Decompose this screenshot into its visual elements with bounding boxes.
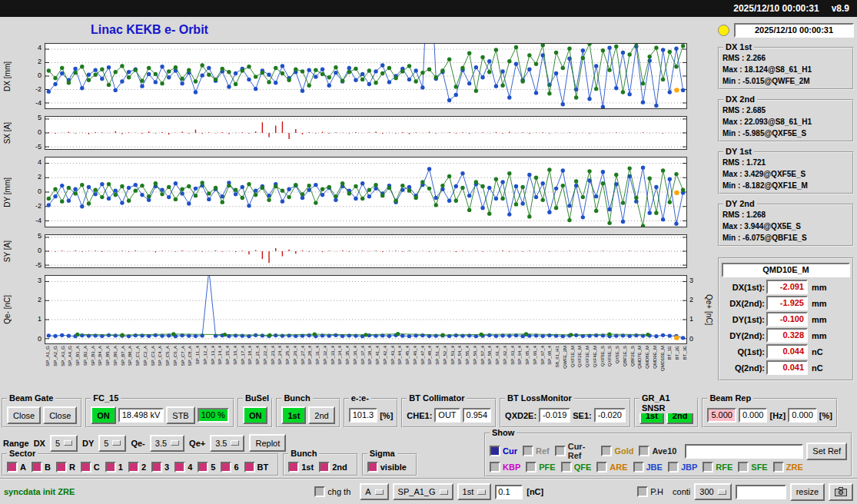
plot-sy[interactable] <box>45 234 687 268</box>
checkbox-indicator <box>738 462 749 472</box>
checkbox-r[interactable]: R <box>56 462 75 472</box>
points-dropdown[interactable]: 300 <box>694 483 731 500</box>
checkbox-bt[interactable]: BT <box>244 462 269 472</box>
show-frame: Show CurRefCur-RefGoldAve10 Set Ref KBPP… <box>484 433 852 477</box>
checkbox-1[interactable]: 1 <box>105 462 123 472</box>
checkbox-6[interactable]: 6 <box>221 462 238 472</box>
checkbox-c[interactable]: C <box>81 462 100 472</box>
checkbox-rfe[interactable]: RFE <box>703 462 732 472</box>
bpm-label: S8_61_H1 <box>554 346 561 367</box>
bpm-label: QXF3E_M <box>584 346 591 367</box>
fc15-frame: FC_15 ON 18.498 kV STB 100 % <box>85 398 234 428</box>
resize-button[interactable]: resize <box>790 483 825 501</box>
che1-state-display: OUT <box>434 408 460 423</box>
chart-row-sx: SX [A]50-5 <box>0 116 716 150</box>
charge-ratio-frame: e-:e- 101.3 [%] <box>344 398 399 428</box>
checkbox-label: Ave10 <box>652 446 676 456</box>
bpm-label: SP_36_4 <box>352 346 359 365</box>
checkbox-indicator <box>523 446 533 456</box>
checkbox-indicator <box>639 446 649 456</box>
bpm-label: QMD9E_M <box>652 346 659 369</box>
bunch-2nd-button[interactable]: 2nd <box>308 406 334 424</box>
checkbox-4[interactable]: 4 <box>174 462 192 472</box>
ref-file-input[interactable] <box>685 444 803 459</box>
dropdown-indicator-icon <box>477 489 486 495</box>
range-dx-dropdown[interactable]: 5 <box>50 435 78 452</box>
plot-dy[interactable] <box>45 157 687 227</box>
checkbox-chg-th[interactable]: chg th <box>314 486 350 497</box>
bunch-1st-button[interactable]: 1st <box>281 406 306 424</box>
y-ticks-right-sx <box>687 116 703 150</box>
checkbox-label: chg th <box>327 487 350 496</box>
set-ref-button[interactable]: Set Ref <box>806 443 847 460</box>
timestamp-display: 2025/12/10 00:00:31 <box>734 23 854 38</box>
bpm-label: SP_C3_A <box>150 346 157 366</box>
tick-label: 0 <box>38 335 42 343</box>
checkbox-2[interactable]: 2 <box>128 462 146 472</box>
tick-label: 1 <box>689 315 693 323</box>
bpm-label: SP_66_4 <box>532 346 539 365</box>
beam-gate-close-2-button[interactable]: Close <box>43 406 77 424</box>
checkbox-visible[interactable]: visible <box>367 462 407 472</box>
beam-gate-close-1-button[interactable]: Close <box>7 406 41 424</box>
plot-sx[interactable] <box>45 116 687 150</box>
sigma-frame: Sigma visible <box>362 453 417 476</box>
checkbox-sfe[interactable]: SFE <box>738 462 767 472</box>
charge-ratio-unit: [%] <box>380 411 393 420</box>
checkbox-jbp[interactable]: JBP <box>668 462 697 472</box>
checkbox-2nd[interactable]: 2nd <box>319 462 347 472</box>
bpm-label: BT_3E <box>682 346 689 360</box>
bunch-visible-frame: Bunch 1st2nd <box>283 453 357 476</box>
screenshot-button[interactable] <box>829 483 853 501</box>
checkbox-1st[interactable]: 1st <box>288 462 314 472</box>
checkbox-3[interactable]: 3 <box>151 462 169 472</box>
aux-input[interactable] <box>736 485 786 499</box>
checkbox-ref[interactable]: Ref <box>523 446 550 456</box>
checkbox-are[interactable]: ARE <box>596 462 627 472</box>
bunch-select-dropdown[interactable]: 1st <box>457 483 492 500</box>
checkbox-qfe[interactable]: QFE <box>561 462 592 472</box>
bpm-label: SP_B5_A <box>105 346 111 366</box>
checkbox-gold[interactable]: Gold <box>601 446 633 456</box>
threshold-input[interactable] <box>495 485 523 499</box>
range-qem-dropdown[interactable]: 3.5 <box>150 435 184 452</box>
bpm-select-dropdown[interactable]: SP_A1_G <box>393 483 453 500</box>
checkbox-indicator <box>703 462 713 472</box>
plot-dx[interactable] <box>45 43 687 109</box>
checkbox-cur-ref[interactable]: Cur-Ref <box>555 442 596 460</box>
fc15-stb-button[interactable]: STB <box>166 406 194 424</box>
checkbox-5[interactable]: 5 <box>198 462 215 472</box>
sector-select-dropdown[interactable]: A <box>360 483 388 500</box>
checkbox-zre[interactable]: ZRE <box>773 462 803 472</box>
range-dy-dropdown[interactable]: 5 <box>98 435 126 452</box>
tick-label: 2 <box>689 296 693 303</box>
dropdown-indicator-icon <box>171 440 179 446</box>
busel-on-button[interactable]: ON <box>243 406 268 424</box>
checkbox-kbp[interactable]: KBP <box>490 462 520 472</box>
bpm-label: SP_43_4 <box>390 346 397 365</box>
plot-q[interactable] <box>45 275 687 344</box>
checkbox-ave10[interactable]: Ave10 <box>639 446 676 456</box>
checkbox-b[interactable]: B <box>32 462 51 472</box>
range-qep-dropdown[interactable]: 3.5 <box>210 435 244 452</box>
checkbox-a[interactable]: A <box>7 462 26 472</box>
bpm-label: SP_37_4 <box>360 346 367 365</box>
selected-bpm-name: QMD10E_M <box>722 263 850 277</box>
checkbox-cur[interactable]: Cur <box>490 446 517 456</box>
bpm-label: QXF4E_M <box>592 346 599 367</box>
sector-frame: Sector ABRC123456BT <box>2 453 279 476</box>
bpm-label: SP_A1_G <box>45 346 51 366</box>
checkbox-jbe[interactable]: JBE <box>633 462 663 472</box>
threshold-group: chg th A SP_A1_G 1st [nC] <box>314 483 543 500</box>
checkbox-indicator <box>526 462 536 472</box>
bpm-label: BT_2E <box>674 346 681 360</box>
bpm-label: SP_C7_A <box>180 346 187 366</box>
fc15-on-button[interactable]: ON <box>91 406 116 424</box>
bpm-label: SP_62_4 <box>502 346 509 365</box>
replot-button[interactable]: Replot <box>249 434 286 452</box>
y-axis-label-sx: SX [A] <box>0 116 14 150</box>
checkbox-p-h[interactable]: P.H <box>637 486 663 497</box>
checkbox-pfe[interactable]: PFE <box>526 462 555 472</box>
status-bar: syncdata init ZRE chg th A SP_A1_G 1st [… <box>0 478 857 504</box>
checkbox-label: visible <box>380 463 407 472</box>
